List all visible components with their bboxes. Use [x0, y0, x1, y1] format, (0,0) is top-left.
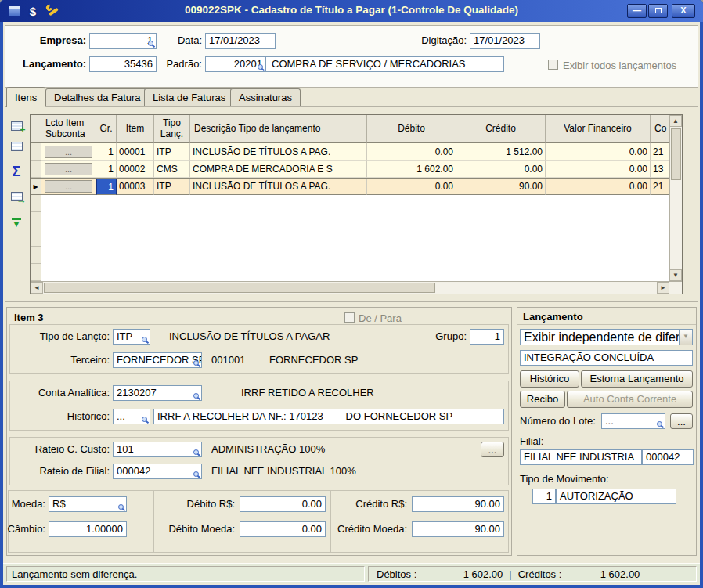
chevron-down-icon[interactable]: ▼ [679, 330, 692, 345]
padrao-code-box[interactable]: 20201 [205, 56, 266, 72]
subconta-cell[interactable]: ... [41, 161, 96, 178]
column-header[interactable]: Débito [367, 115, 456, 143]
column-header[interactable]: Lcto Item Subconta [41, 115, 96, 143]
historico-button[interactable]: Histórico [520, 370, 579, 388]
valor-financeiro-cell[interactable]: 0.00 [546, 179, 651, 195]
descricao-cell[interactable]: INCLUSÃO DE TÍTULOS A PAG. [190, 179, 367, 195]
lookup-icon[interactable] [148, 41, 155, 48]
descricao-cell[interactable]: INCLUSÃO DE TÍTULOS A PAG. [190, 143, 367, 161]
tipo-movimento-desc-field[interactable]: AUTORIZAÇÃO [556, 489, 676, 504]
close-button[interactable]: X [672, 4, 695, 18]
vertical-scrollbar[interactable]: ▲ ▼ [669, 115, 682, 281]
transfer-button[interactable]: → [8, 188, 25, 205]
grupo-field[interactable]: 1 [470, 329, 504, 345]
lookup-icon[interactable] [142, 417, 149, 424]
subconta-cell[interactable]: ... [41, 143, 96, 161]
data-field[interactable]: 17/01/2023 [205, 33, 276, 49]
debito-cell[interactable]: 0.00 [367, 179, 456, 195]
rateio-filial-field[interactable]: 000042 [113, 464, 202, 479]
rateio-cc-more-button[interactable]: ... [481, 442, 504, 457]
digitacao-field[interactable]: 17/01/2023 [470, 33, 540, 49]
credito-cell[interactable]: 90.00 [456, 179, 546, 195]
lote-field[interactable]: ... [601, 413, 665, 429]
filial-field[interactable]: FILIAL NFE INDUSTRIA [520, 449, 642, 465]
gr-cell-selected[interactable]: 1 [96, 179, 117, 195]
lookup-icon[interactable] [657, 421, 664, 428]
debito-cell[interactable]: 0.00 [367, 143, 456, 161]
conta-cell[interactable]: 13 [651, 161, 669, 178]
column-header[interactable]: Tipo Lanç. [154, 115, 190, 143]
lote-more-button[interactable]: ... [670, 413, 693, 429]
terceiro-field[interactable]: FORNECEDOR SP [113, 352, 202, 368]
empresa-field[interactable]: 1 [89, 33, 157, 49]
report-icon[interactable] [6, 3, 22, 19]
conta-field[interactable]: 2130207 [113, 385, 202, 401]
valor-financeiro-cell[interactable]: 0.00 [546, 143, 651, 161]
credito-moeda-field[interactable]: 90.00 [412, 521, 504, 537]
descricao-cell[interactable]: COMPRA DE MERCADORIA E S [190, 161, 367, 178]
tab-detalhes-fatura[interactable]: Detalhes da Fatura [45, 88, 150, 106]
item-cell[interactable]: 00002 [117, 161, 154, 178]
conta-cell[interactable]: 21 [651, 179, 669, 195]
padrao-field[interactable]: 20201 COMPRA DE SERVIÇO / MERCADORIAS [205, 56, 504, 72]
lookup-icon[interactable] [258, 64, 265, 71]
vscroll-thumb[interactable] [671, 128, 681, 180]
column-header[interactable]: Valor Financeiro [546, 115, 651, 143]
hscroll-thumb[interactable] [44, 283, 435, 293]
scroll-up-button[interactable]: ▲ [669, 115, 682, 127]
historico-text-field[interactable]: IRRF A RECOLHER DA NF.: 170123 DO FORNEC… [153, 409, 504, 424]
column-header[interactable]: Gr. [96, 115, 117, 143]
confirm-button[interactable]: ▼ [8, 215, 25, 232]
tipo-movimento-field[interactable]: 1 [532, 489, 556, 504]
horizontal-scrollbar[interactable]: ◄ ► [31, 281, 682, 294]
debito-cell[interactable]: 1 602.00 [367, 161, 456, 178]
column-header[interactable]: Co [651, 115, 669, 143]
gr-cell[interactable]: 1 [96, 143, 117, 161]
lookup-icon[interactable] [193, 393, 200, 400]
debito-rs-field[interactable]: 0.00 [240, 496, 326, 512]
column-header[interactable]: Item [117, 115, 154, 143]
item-cell[interactable]: 00001 [117, 143, 154, 161]
conta-cell[interactable]: 21 [651, 143, 669, 161]
title-bar[interactable]: $ 009022SPK - Cadastro de Título a Pagar… [0, 0, 703, 22]
debito-moeda-field[interactable]: 0.00 [240, 521, 326, 537]
tab-itens[interactable]: Itens [6, 87, 45, 107]
tipo-cell[interactable]: ITP [154, 179, 190, 195]
moeda-field[interactable]: R$ [49, 496, 127, 512]
estorna-lancamento-button[interactable]: Estorna Lançamento [581, 370, 693, 388]
lookup-icon[interactable] [118, 504, 125, 511]
credito-cell[interactable]: 0.00 [456, 161, 546, 178]
rateio-cc-field[interactable]: 101 [113, 442, 202, 457]
historico-field[interactable]: ... [113, 409, 150, 424]
lookup-icon[interactable] [142, 337, 149, 344]
tab-assinaturas[interactable]: Assinaturas [230, 88, 301, 106]
subconta-cell[interactable]: ... [41, 179, 96, 195]
table-row[interactable]: ... 1 00001 ITP INCLUSÃO DE TÍTULOS A PA… [31, 143, 669, 161]
cambio-field[interactable]: 1.00000 [49, 521, 127, 537]
table-row-selected[interactable]: ▶ ... 1 00003 ITP INCLUSÃO DE TÍTULOS A … [31, 178, 669, 195]
minimize-button[interactable]: — [627, 4, 647, 18]
wrench-icon[interactable] [45, 3, 61, 19]
recibo-button[interactable]: Recibo [520, 391, 565, 408]
scroll-right-button[interactable]: ► [657, 282, 669, 294]
filial-code-field[interactable]: 000042 [642, 449, 694, 465]
lookup-icon[interactable] [193, 471, 200, 478]
table-row[interactable]: ... 1 00002 CMS COMPRA DE MERCADORIA E S… [31, 161, 669, 178]
tab-lista-faturas[interactable]: Lista de Faturas [144, 88, 234, 106]
valor-financeiro-cell[interactable]: 0.00 [546, 161, 651, 178]
credito-cell[interactable]: 1 512.00 [456, 143, 546, 161]
credito-rs-field[interactable]: 90.00 [412, 496, 504, 512]
scroll-left-button[interactable]: ◄ [31, 282, 43, 294]
lancamento-field[interactable]: 35436 [89, 56, 157, 72]
lookup-icon[interactable] [193, 360, 200, 367]
lookup-icon[interactable] [193, 449, 200, 456]
tipo-cell[interactable]: ITP [154, 143, 190, 161]
exibir-combo[interactable]: Exibir independente de difere ▼ [520, 329, 693, 345]
maximize-button[interactable] [648, 4, 668, 18]
column-header[interactable]: Crédito [456, 115, 546, 143]
tipo-lancto-field[interactable]: ITP [113, 329, 150, 345]
gr-cell[interactable]: 1 [96, 161, 117, 178]
insert-row-button[interactable]: + [8, 117, 25, 135]
item-cell[interactable]: 00003 [117, 179, 154, 195]
sum-button[interactable]: Σ [8, 163, 25, 180]
